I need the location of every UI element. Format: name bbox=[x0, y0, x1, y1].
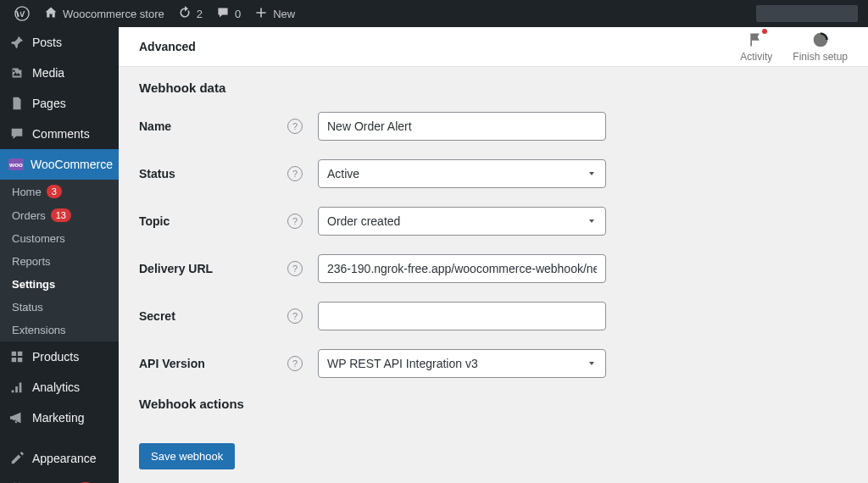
sidebar-item-products[interactable]: Products bbox=[0, 341, 119, 372]
row-topic: Topic ? Order created bbox=[139, 207, 848, 236]
help-icon[interactable]: ? bbox=[287, 261, 303, 276]
home-icon bbox=[44, 6, 58, 22]
label-secret: Secret bbox=[139, 309, 287, 323]
refresh-count: 2 bbox=[197, 8, 203, 20]
label-name: Name bbox=[139, 119, 287, 133]
sidebar-item-label: Products bbox=[32, 350, 79, 364]
sidebar-item-media[interactable]: Media bbox=[0, 58, 119, 88]
admin-sidebar: Posts Media Pages Comments woo WooCommer… bbox=[0, 27, 119, 483]
submenu-item-reports[interactable]: Reports bbox=[0, 250, 119, 273]
secret-input[interactable] bbox=[318, 302, 606, 330]
row-delivery-url: Delivery URL ? bbox=[139, 254, 848, 283]
row-name: Name ? bbox=[139, 112, 848, 141]
row-secret: Secret ? bbox=[139, 302, 848, 330]
site-name: Woocommerce store bbox=[63, 8, 164, 20]
flag-icon bbox=[747, 31, 765, 49]
new-label: New bbox=[273, 8, 295, 20]
admin-bar: Woocommerce store 2 0 New bbox=[0, 0, 868, 27]
sidebar-item-comments[interactable]: Comments bbox=[0, 119, 119, 149]
comments-link[interactable]: 0 bbox=[209, 0, 248, 27]
tab-advanced[interactable]: Advanced bbox=[139, 40, 196, 53]
marketing-icon bbox=[8, 409, 25, 426]
sidebar-item-label: Posts bbox=[32, 36, 62, 49]
badge: 3 bbox=[47, 185, 62, 198]
status-select[interactable]: Active bbox=[318, 159, 606, 188]
activity-button[interactable]: Activity bbox=[740, 31, 772, 63]
sidebar-item-pages[interactable]: Pages bbox=[0, 88, 119, 119]
submenu-item-status[interactable]: Status bbox=[0, 296, 119, 319]
woocommerce-submenu: Home 3 Orders 13 Customers Reports Setti… bbox=[0, 180, 119, 341]
label-api-version: API Version bbox=[139, 357, 287, 370]
submenu-item-label: Orders bbox=[12, 209, 46, 222]
submenu-item-label: Reports bbox=[12, 255, 51, 268]
name-input[interactable] bbox=[318, 112, 606, 141]
plus-icon bbox=[254, 6, 268, 22]
submenu-item-label: Customers bbox=[12, 232, 65, 245]
sidebar-item-marketing[interactable]: Marketing bbox=[0, 402, 119, 433]
sidebar-item-appearance[interactable]: Appearance bbox=[0, 443, 119, 474]
sidebar-item-label: Appearance bbox=[32, 452, 97, 465]
sidebar-item-label: Pages bbox=[32, 97, 66, 110]
label-delivery-url: Delivery URL bbox=[139, 262, 287, 275]
submenu-item-orders[interactable]: Orders 13 bbox=[0, 203, 119, 227]
submenu-item-label: Extensions bbox=[12, 324, 66, 336]
sidebar-item-posts[interactable]: Posts bbox=[0, 27, 119, 58]
notification-dot bbox=[762, 29, 767, 34]
submenu-item-home[interactable]: Home 3 bbox=[0, 180, 119, 203]
topbar: Advanced Activity Finish setup bbox=[119, 27, 868, 67]
sidebar-item-plugins[interactable]: Plugins 2 bbox=[0, 474, 119, 483]
delivery-url-input[interactable] bbox=[318, 254, 606, 283]
progress-icon bbox=[811, 31, 830, 49]
help-icon[interactable]: ? bbox=[287, 214, 303, 229]
submenu-item-settings[interactable]: Settings bbox=[0, 273, 119, 296]
pin-icon bbox=[8, 34, 25, 51]
activity-label: Activity bbox=[740, 51, 772, 63]
sidebar-item-woocommerce[interactable]: woo WooCommerce bbox=[0, 149, 119, 180]
sidebar-item-label: Comments bbox=[32, 127, 90, 141]
save-webhook-button[interactable]: Save webhook bbox=[139, 443, 235, 469]
main-panel: Webhook data Name ? Status ? Active Topi… bbox=[119, 67, 868, 483]
site-name-link[interactable]: Woocommerce store bbox=[37, 0, 171, 27]
api-version-select[interactable]: WP REST API Integration v3 bbox=[318, 349, 606, 378]
sidebar-item-label: Marketing bbox=[32, 411, 84, 425]
submenu-item-label: Settings bbox=[12, 278, 55, 291]
row-api-version: API Version ? WP REST API Integration v3 bbox=[139, 349, 848, 378]
products-icon bbox=[8, 348, 25, 365]
label-status: Status bbox=[139, 167, 287, 180]
sidebar-item-label: Media bbox=[32, 66, 64, 80]
analytics-icon bbox=[8, 379, 25, 396]
section-title-webhook-actions: Webhook actions bbox=[139, 397, 848, 411]
media-icon bbox=[8, 64, 25, 81]
comment-icon bbox=[216, 6, 230, 22]
submenu-item-customers[interactable]: Customers bbox=[0, 227, 119, 250]
sidebar-item-label: Analytics bbox=[32, 380, 80, 394]
woocommerce-icon: woo bbox=[8, 156, 24, 173]
page-icon bbox=[8, 95, 25, 112]
help-icon[interactable]: ? bbox=[287, 308, 303, 324]
row-status: Status ? Active bbox=[139, 159, 848, 188]
sidebar-item-label: WooCommerce bbox=[31, 158, 113, 171]
refresh-icon bbox=[178, 6, 192, 22]
label-topic: Topic bbox=[139, 214, 287, 228]
sidebar-item-analytics[interactable]: Analytics bbox=[0, 372, 119, 402]
content-area: Advanced Activity Finish setup Webhook d… bbox=[119, 27, 868, 483]
appearance-icon bbox=[8, 450, 25, 467]
comment-icon bbox=[8, 125, 25, 142]
section-title-webhook-data: Webhook data bbox=[139, 80, 848, 95]
wp-logo[interactable] bbox=[7, 0, 37, 27]
submenu-item-extensions[interactable]: Extensions bbox=[0, 319, 119, 341]
help-icon[interactable]: ? bbox=[287, 166, 303, 181]
help-icon[interactable]: ? bbox=[287, 119, 303, 134]
finish-setup-button[interactable]: Finish setup bbox=[793, 31, 848, 63]
submenu-item-label: Status bbox=[12, 301, 43, 314]
topic-select[interactable]: Order created bbox=[318, 207, 606, 236]
badge: 13 bbox=[51, 208, 71, 222]
new-content-link[interactable]: New bbox=[248, 0, 302, 27]
submenu-item-label: Home bbox=[12, 186, 42, 198]
finish-setup-label: Finish setup bbox=[793, 51, 848, 63]
help-icon[interactable]: ? bbox=[287, 356, 303, 371]
user-account-area[interactable] bbox=[756, 5, 858, 22]
refresh-link[interactable]: 2 bbox=[171, 0, 209, 27]
comment-count: 0 bbox=[235, 8, 241, 20]
